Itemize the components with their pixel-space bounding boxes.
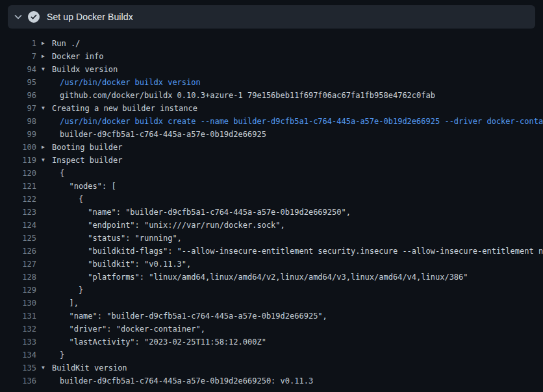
line-number[interactable]: 7	[0, 50, 36, 63]
line-number[interactable]: 134	[0, 349, 36, 361]
log-line: 121 "nodes": [	[0, 180, 543, 193]
group-title: BuildKit version	[52, 361, 127, 374]
line-number[interactable]: 1	[0, 37, 36, 50]
group-title: Inspect builder	[52, 154, 122, 167]
log-group-row[interactable]: 1▶Run ./	[0, 37, 543, 50]
line-number[interactable]: 123	[0, 206, 36, 219]
step-header-toggle[interactable]: Set up Docker Buildx	[8, 5, 535, 29]
line-number[interactable]: 98	[0, 115, 36, 128]
output-text: builder-d9cfb5a1-c764-445a-a57e-0b19d2e6…	[60, 374, 313, 387]
output-text: "name": "builder-d9cfb5a1-c764-445a-a57e…	[60, 206, 351, 219]
expand-triangle-icon: ▶	[42, 37, 52, 50]
log-line: 133 "lastActivity": "2023-02-25T11:58:12…	[0, 336, 543, 349]
line-number[interactable]: 95	[0, 76, 36, 89]
line-number[interactable]: 97	[0, 102, 36, 115]
group-title: Creating a new builder instance	[52, 102, 197, 115]
line-number[interactable]: 133	[0, 336, 36, 349]
collapse-triangle-icon: ▼	[42, 102, 52, 115]
expand-triangle-icon: ▶	[42, 50, 52, 63]
output-text: "status": "running",	[60, 232, 182, 245]
log-line: 123 "name": "builder-d9cfb5a1-c764-445a-…	[0, 206, 543, 219]
output-text: }	[60, 349, 64, 361]
log-group-row[interactable]: 7▶Docker info	[0, 50, 543, 63]
line-number[interactable]: 125	[0, 232, 36, 245]
line-number[interactable]: 100	[0, 141, 36, 154]
log-group-row[interactable]: 94▼Buildx version	[0, 63, 543, 76]
line-number[interactable]: 124	[0, 219, 36, 232]
log-line: 122 {	[0, 193, 543, 206]
log-line: 125 "status": "running",	[0, 232, 543, 245]
log-group-row[interactable]: 119▼Inspect builder	[0, 154, 543, 167]
group-title: Docker info	[52, 50, 103, 63]
line-number[interactable]: 94	[0, 63, 36, 76]
log-group-row[interactable]: 100▶Booting builder	[0, 141, 543, 154]
collapse-triangle-icon: ▼	[42, 154, 52, 167]
line-number[interactable]: 135	[0, 361, 36, 374]
output-text: {	[60, 167, 64, 180]
log-line: 136builder-d9cfb5a1-c764-445a-a57e-0b19d…	[0, 374, 543, 387]
log-group-row[interactable]: 135▼BuildKit version	[0, 361, 543, 374]
log-line: 129 }	[0, 284, 543, 297]
log-line: 99builder-d9cfb5a1-c764-445a-a57e-0b19d2…	[0, 128, 543, 141]
output-text: github.com/docker/buildx 0.10.3+azure-1 …	[60, 89, 435, 102]
output-text: {	[60, 193, 83, 206]
log-line: 134}	[0, 349, 543, 361]
log-line: 96github.com/docker/buildx 0.10.3+azure-…	[0, 89, 543, 102]
line-number[interactable]: 122	[0, 193, 36, 206]
line-number[interactable]: 120	[0, 167, 36, 180]
expand-triangle-icon: ▶	[42, 141, 52, 154]
output-text: "name": "builder-d9cfb5a1-c764-445a-a57e…	[60, 310, 327, 323]
line-number[interactable]: 130	[0, 297, 36, 310]
log-line: 130 ],	[0, 297, 543, 310]
output-text: "buildkit": "v0.11.3",	[60, 258, 191, 271]
line-number[interactable]: 132	[0, 323, 36, 336]
output-text: }	[60, 284, 83, 297]
output-text: ],	[60, 297, 79, 310]
log-line: 98/usr/bin/docker buildx create --name b…	[0, 115, 543, 128]
output-text: "endpoint": "unix:///var/run/docker.sock…	[60, 219, 285, 232]
group-title: Buildx version	[52, 63, 118, 76]
log-group-row[interactable]: 97▼Creating a new builder instance	[0, 102, 543, 115]
line-number[interactable]: 99	[0, 128, 36, 141]
log-line: 128 "platforms": "linux/amd64,linux/amd6…	[0, 271, 543, 284]
collapse-triangle-icon: ▼	[42, 63, 52, 76]
output-text: "lastActivity": "2023-02-25T11:58:12.000…	[60, 336, 266, 349]
actions-log-viewer: Set up Docker Buildx 1▶Run ./7▶Docker in…	[0, 0, 543, 392]
command-text: /usr/bin/docker buildx create --name bui…	[60, 115, 543, 128]
log-line: 120{	[0, 167, 543, 180]
log-line: 95/usr/bin/docker buildx version	[0, 76, 543, 89]
output-text: builder-d9cfb5a1-c764-445a-a57e-0b19d2e6…	[60, 128, 266, 141]
command-text: /usr/bin/docker buildx version	[60, 76, 201, 89]
output-text: "platforms": "linux/amd64,linux/amd64/v2…	[60, 271, 468, 284]
log-line: 131 "name": "builder-d9cfb5a1-c764-445a-…	[0, 310, 543, 323]
line-number[interactable]: 96	[0, 89, 36, 102]
log-line: 126 "buildkitd-flags": "--allow-insecure…	[0, 245, 543, 258]
log-line: 127 "buildkit": "v0.11.3",	[0, 258, 543, 271]
group-title: Booting builder	[52, 141, 122, 154]
line-number[interactable]: 131	[0, 310, 36, 323]
log-line: 124 "endpoint": "unix:///var/run/docker.…	[0, 219, 543, 232]
step-title: Set up Docker Buildx	[47, 12, 133, 22]
log-line: 132 "driver": "docker-container",	[0, 323, 543, 336]
line-number[interactable]: 129	[0, 284, 36, 297]
collapse-triangle-icon: ▼	[42, 361, 52, 374]
output-text: "driver": "docker-container",	[60, 323, 205, 336]
chevron-down-icon[interactable]	[13, 12, 23, 22]
line-number[interactable]: 126	[0, 245, 36, 258]
log-lines-container: 1▶Run ./7▶Docker info94▼Buildx version95…	[0, 37, 543, 387]
line-number[interactable]: 121	[0, 180, 36, 193]
line-number[interactable]: 119	[0, 154, 36, 167]
output-text: "nodes": [	[60, 180, 116, 193]
line-number[interactable]: 128	[0, 271, 36, 284]
group-title: Run ./	[52, 37, 80, 50]
line-number[interactable]: 127	[0, 258, 36, 271]
check-circle-icon	[28, 11, 40, 23]
output-text: "buildkitd-flags": "--allow-insecure-ent…	[60, 245, 543, 258]
line-number[interactable]: 136	[0, 374, 36, 387]
